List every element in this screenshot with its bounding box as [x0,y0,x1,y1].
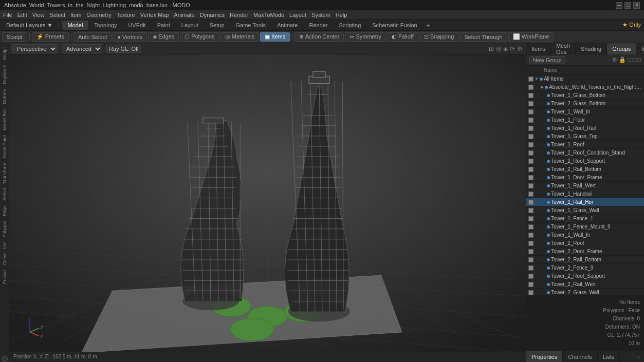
tab-uvedit[interactable]: UVEdit [123,21,151,30]
viewport-icon-3[interactable]: ◈ [503,45,508,52]
menu-texture[interactable]: Texture [117,12,135,18]
polygons-button[interactable]: ⬡ Polygons [180,32,219,42]
group-visibility-toggle[interactable] [528,167,533,172]
sidebar-polygon[interactable]: Polygon [1,219,8,240]
sidebar-modeledit[interactable]: Model Edit [1,106,8,132]
tab-animate[interactable]: Animate [272,21,303,30]
group-list-item[interactable]: Tower_1_Wall_In [526,231,644,239]
menu-vertexmap[interactable]: Vertex Map [140,12,169,18]
group-visibility-toggle[interactable] [528,93,533,98]
group-visibility-toggle[interactable] [528,200,533,205]
minimize-button[interactable]: ─ [616,2,622,9]
group-list-item[interactable]: Tower_1_Glass_Bottom [526,91,644,100]
rpb-tab-channels[interactable]: Channels [563,351,597,363]
groups-view2-icon[interactable]: □ [633,56,636,63]
tab-topology[interactable]: Topology [89,21,122,30]
menu-layout[interactable]: Layout [289,12,306,18]
symmetry-button[interactable]: ⇔ Symmetry [345,32,386,42]
rp-tab-items[interactable]: Items [526,43,551,54]
select-through-button[interactable]: Select Through [459,32,507,42]
tab-paint[interactable]: Paint [152,21,175,30]
group-expand-arrow[interactable]: ▶ [541,85,544,89]
rp-tab-meshops[interactable]: Mesh Ops [551,43,576,54]
group-visibility-toggle[interactable] [528,150,533,156]
menu-dynamics[interactable]: Dynamics [200,12,225,18]
groups-view1-icon[interactable]: □ [628,56,631,63]
menu-edit[interactable]: Edit [17,12,27,18]
vertices-button[interactable]: ● Vertices [113,32,147,42]
sidebar-toggle-button[interactable] [2,356,8,362]
tab-layout[interactable]: Layout [176,21,204,30]
group-visibility-toggle[interactable] [528,224,533,230]
group-visibility-toggle[interactable] [528,134,533,139]
group-visibility-toggle[interactable] [528,159,533,164]
menu-item[interactable]: Item [70,12,81,18]
items-button[interactable]: ▣ Items [260,32,290,42]
sidebar-uv[interactable]: UV [1,240,8,251]
group-visibility-toggle[interactable] [528,183,533,188]
rpb-add-tab-button[interactable]: + [633,354,644,360]
rp-tab-images[interactable]: Images [636,43,644,54]
raygl-dropdown[interactable]: Ray GL: Off [106,45,141,53]
viewport-icon-1[interactable]: ⊞ [489,45,494,52]
group-list-item[interactable]: Tower_1_Rail_Hor [526,198,644,206]
group-list-item[interactable]: Tower_1_Door_Frame [526,174,644,182]
tab-setup[interactable]: Setup [205,21,230,30]
sculpt-button[interactable]: Sculpt [2,32,27,42]
group-list-item[interactable]: Tower_1_Floor [526,116,644,124]
group-list-item[interactable]: Tower_1_Roof_Rail [526,124,644,132]
layout-selector[interactable]: Default Layouts ▼ [3,22,56,28]
group-list-item[interactable]: Tower_2_Door_Frame [526,247,644,256]
rpb-tab-lists[interactable]: Lists [598,351,620,363]
perspective-dropdown[interactable]: Perspective [12,44,58,53]
tab-render[interactable]: Render [304,21,333,30]
group-list-item[interactable]: Tower_2_Glass_Wall [526,289,644,295]
group-visibility-toggle[interactable] [528,265,533,271]
viewport-3d[interactable]: Z X Y [9,54,526,352]
falloff-button[interactable]: ◐ Falloff [387,32,418,42]
group-visibility-toggle[interactable] [528,101,533,106]
group-list-item[interactable]: Tower_1_Fence_1 [526,215,644,223]
rp-tab-shading[interactable]: Shading [576,43,607,54]
menu-select[interactable]: Select [49,12,65,18]
group-visibility-toggle[interactable] [528,192,533,197]
groups-view3-icon[interactable]: □ [637,56,641,63]
presets-button[interactable]: ⚡ Presets [32,32,69,42]
sidebar-fusion[interactable]: Fusion [1,268,8,286]
viewport-icon-2[interactable]: ◎ [496,45,501,52]
rp-tab-groups[interactable]: Groups [607,43,636,54]
group-list-item[interactable]: ▼All Items [526,75,644,83]
groups-settings-icon[interactable]: ⚙ [612,56,617,63]
group-visibility-toggle[interactable] [528,274,533,279]
group-visibility-toggle[interactable] [528,126,533,131]
sidebar-duplicate[interactable]: Duplicate [1,63,8,86]
group-visibility-toggle[interactable] [528,109,533,115]
rpb-tab-properties[interactable]: Properties [526,351,563,363]
sidebar-edge[interactable]: Edge [1,203,8,218]
sidebar-deform[interactable]: Deform [1,87,8,106]
maximize-button[interactable]: □ [624,2,631,9]
group-list-item[interactable]: Tower_2_Rail_Bottom [526,165,644,174]
sidebar-curve[interactable]: Curve [1,251,8,268]
tab-schematic[interactable]: Schematic Fusion [367,21,422,30]
group-list-item[interactable]: Tower_2_Glass_Bottom [526,100,644,108]
menu-render[interactable]: Render [230,12,248,18]
group-list-item[interactable]: Tower_1_Roof [526,141,644,149]
menu-animate[interactable]: Animate [174,12,194,18]
menu-maxtomodo[interactable]: MaxToModo [253,12,284,18]
group-visibility-toggle[interactable] [528,118,533,123]
menu-help[interactable]: Help [336,12,347,18]
group-visibility-toggle[interactable] [528,282,533,287]
group-expand-arrow[interactable]: ▼ [535,77,539,81]
group-visibility-toggle[interactable] [528,175,533,180]
menu-system[interactable]: System [311,12,330,18]
group-list-item[interactable]: Tower_2_Rail_Wert [526,280,644,289]
group-visibility-toggle[interactable] [528,216,533,221]
tab-scripting[interactable]: Scripting [334,21,366,30]
group-visibility-toggle[interactable] [528,208,533,213]
action-center-button[interactable]: ⊕ Action Center [295,32,344,42]
group-visibility-toggle[interactable] [528,249,533,254]
add-layout-tab-button[interactable]: + [424,22,433,28]
group-list-item[interactable]: Tower_1_Glass_Wall [526,206,644,215]
viewport-icon-5[interactable]: ⚙ [517,45,523,52]
